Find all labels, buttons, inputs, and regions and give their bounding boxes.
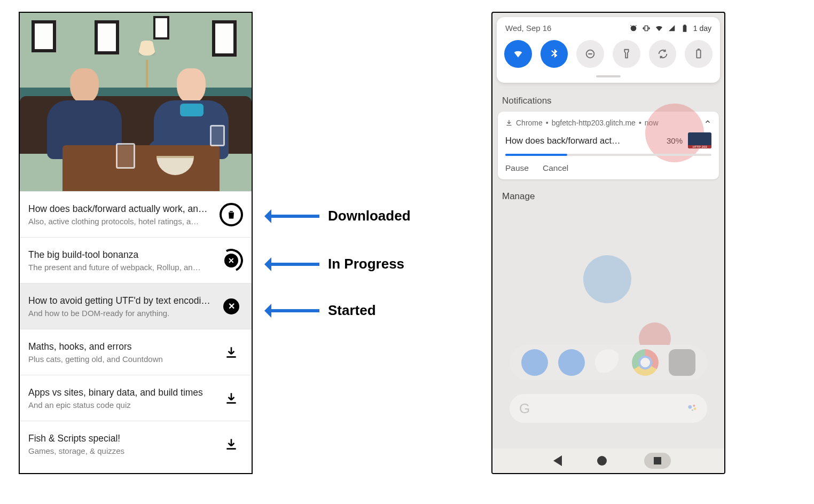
annotation-downloaded: Downloaded [267,208,411,224]
notification-thumbnail [688,132,711,148]
episode-title: The big build-tool bonanza [28,249,214,261]
nav-back-button[interactable] [548,455,562,466]
battery-icon [680,24,689,33]
list-item[interactable]: The big build-tool bonanza The present a… [20,237,252,283]
arrow-icon [267,215,319,218]
notification-app-name: Chrome [516,119,543,127]
episode-subtitle: The present and future of webpack, Rollu… [28,263,214,272]
annotation-label: In Progress [328,256,404,272]
alarm-icon [629,24,638,33]
progress-cancel-icon [220,249,243,272]
notification-cancel-button[interactable]: Cancel [543,163,568,173]
camera-app-icon[interactable] [669,349,695,376]
download-button[interactable] [218,385,244,411]
list-item[interactable]: Maths, hooks, and errors Plus cats, gett… [20,329,252,375]
signal-icon [668,24,676,33]
phone-app-icon[interactable] [521,349,548,376]
svg-point-0 [688,405,692,409]
episode-subtitle: Plus cats, getting old, and Countdown [28,355,214,364]
list-item[interactable]: Apps vs sites, binary data, and build ti… [20,375,252,421]
quick-settings-panel: Wed, Sep 16 1 day [497,17,720,83]
podcast-app-frame: How does back/forward actually work, an…… [19,12,253,474]
episode-title: How to avoid getting UTF'd by text encod… [28,295,214,306]
status-icons: 1 day [629,24,711,33]
home-screen-background: G [498,242,719,444]
cancel-download-button[interactable] [218,294,244,319]
qs-battery-saver-toggle[interactable] [685,40,713,68]
cancel-icon [223,298,239,314]
notification-title: How does back/forward act… [505,136,661,146]
google-search-bar[interactable]: G [510,394,707,423]
arrow-icon [267,263,319,266]
collapse-toggle[interactable] [704,118,711,127]
shade-drag-handle[interactable] [596,75,621,77]
arrow-icon [267,309,319,312]
annotation-in-progress: In Progress [267,256,404,272]
download-icon [505,119,513,127]
episode-title: How does back/forward actually work, an… [28,203,214,215]
notification-source: bgfetch-http203.glitch.me [552,119,636,127]
manage-notifications-button[interactable]: Manage [492,179,724,214]
download-icon [224,345,238,359]
status-date: Wed, Sep 16 [505,23,551,33]
episode-subtitle: Games, storage, & quizzes [28,446,214,455]
delete-download-button[interactable] [218,202,244,227]
google-g-icon: G [519,400,530,417]
annotation-started: Started [267,302,376,319]
episode-subtitle: And an epic status code quiz [28,400,214,410]
qs-flashlight-toggle[interactable] [613,40,640,68]
episode-list: How does back/forward actually work, an…… [20,191,252,467]
trash-icon [220,203,243,226]
list-item[interactable]: How does back/forward actually work, an…… [20,191,252,237]
download-icon [224,437,238,451]
annotation-label: Started [328,302,376,319]
episode-title: Fish & Scripts special! [28,433,214,444]
svg-point-3 [692,409,693,411]
hero-image [20,13,252,191]
episode-title: Apps vs sites, binary data, and build ti… [28,387,214,398]
svg-point-1 [693,404,695,406]
download-icon [224,391,238,405]
list-item[interactable]: How to avoid getting UTF'd by text encod… [20,283,252,329]
download-button[interactable] [218,431,244,457]
battery-label: 1 day [693,24,711,33]
qs-wifi-toggle[interactable] [504,40,532,68]
play-store-icon[interactable] [595,349,622,376]
android-navbar [492,448,724,473]
assistant-icon [687,400,698,417]
nav-home-button[interactable] [597,456,607,466]
android-phone-frame: G Wed, Sep 16 1 day [491,12,725,474]
download-button[interactable] [218,340,244,365]
episode-subtitle: And how to be DOM-ready for anything. [28,309,214,318]
episode-title: Maths, hooks, and errors [28,341,214,352]
qs-bluetooth-toggle[interactable] [541,40,568,68]
qs-dnd-toggle[interactable] [576,40,604,68]
app-dock [510,345,707,380]
wifi-icon [655,24,663,33]
svg-rect-5 [697,50,701,58]
nav-recents-button[interactable] [644,453,671,469]
download-progress-bar [505,154,711,156]
chrome-app-icon[interactable] [632,349,659,376]
messages-app-icon[interactable] [558,349,585,376]
vibrate-icon [642,24,651,33]
episode-subtitle: Also, active clothing protocols, hotel r… [28,217,214,226]
qs-autorotate-toggle[interactable] [649,40,677,68]
chevron-up-icon [704,118,711,125]
svg-point-2 [694,407,696,410]
list-item[interactable]: Fish & Scripts special! Games, storage, … [20,421,252,467]
cancel-download-button[interactable] [218,248,244,273]
annotation-label: Downloaded [328,208,411,224]
notification-pause-button[interactable]: Pause [505,163,529,173]
